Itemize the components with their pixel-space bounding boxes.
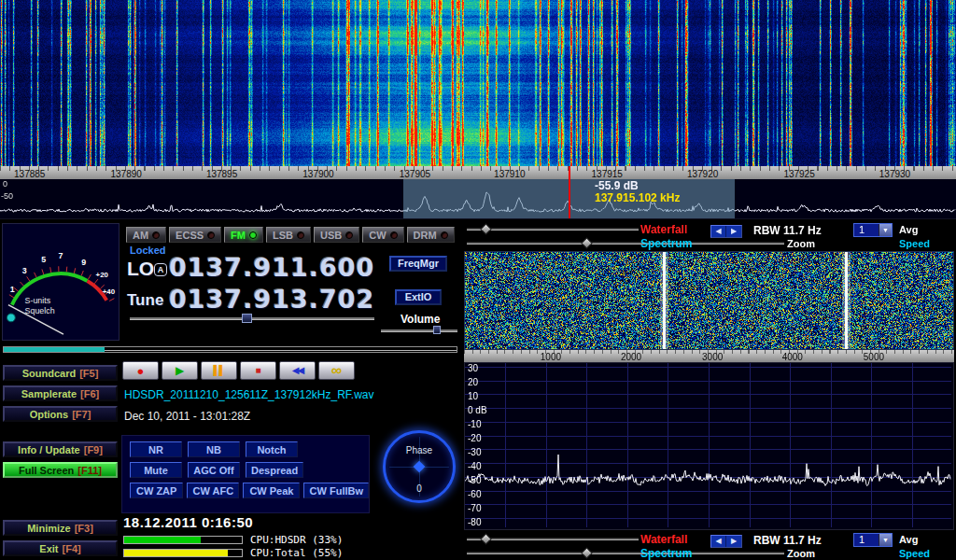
dropdown-icon[interactable]: ▼: [879, 224, 892, 236]
mode-fm[interactable]: FM: [224, 227, 263, 243]
frequency-tick: 137895: [206, 169, 237, 179]
meter-minor-tick: [42, 269, 44, 274]
despread-button[interactable]: Despread: [246, 462, 303, 478]
lo-frequency-display[interactable]: 0137.911.600: [169, 253, 374, 282]
meter-minor-tick: [81, 271, 83, 276]
arrow-right-icon[interactable]: ▶: [726, 536, 741, 547]
slider-handle[interactable]: [242, 314, 252, 323]
slider-handle[interactable]: [581, 547, 593, 559]
avg-label: Avg: [899, 224, 918, 235]
wav-file-date: Dec 10, 2011 - 13:01:28Z: [124, 410, 250, 423]
meter-minor-tick: [27, 276, 30, 281]
cw-fullbw-button[interactable]: CW FullBw: [303, 483, 369, 498]
zoom-arrows[interactable]: ◀ ▶: [710, 225, 742, 238]
rbw-label: RBW 11.7 Hz: [753, 534, 822, 547]
waterfall-contrast-slider[interactable]: [467, 228, 639, 231]
record-button[interactable]: ●: [122, 361, 159, 380]
rf-frequency-ruler[interactable]: 137885 137890 137895 137900 137905 13791…: [0, 166, 956, 179]
loop-button[interactable]: ∞: [318, 361, 355, 380]
af-frequency-tick: 1000: [541, 352, 561, 362]
samplerate-button[interactable]: Samplerate[F6]: [3, 385, 118, 401]
af-waterfall-display[interactable]: [464, 251, 954, 350]
frequency-tick: 137915: [592, 169, 623, 179]
af-controls-bottom: Waterfall ◀ ▶ RBW 11.7 Hz 1 ▼ Avg Spectr…: [462, 531, 956, 560]
arrow-left-icon[interactable]: ◀: [711, 536, 726, 547]
mode-led: [207, 231, 215, 239]
play-button[interactable]: ▶: [162, 361, 198, 380]
meter-tick: 1: [10, 285, 15, 294]
spectrum-zoom-slider[interactable]: [467, 552, 784, 554]
agc-off-button[interactable]: AGC Off: [188, 462, 240, 478]
slider-handle[interactable]: [480, 223, 492, 235]
mute-button[interactable]: Mute: [130, 462, 182, 478]
freqmgr-button[interactable]: FreqMgr: [389, 256, 447, 272]
slider-handle[interactable]: [433, 326, 441, 334]
cursor-readout: -55.9 dB 137.915.102 kHz: [595, 180, 680, 204]
zoom-label: Zoom: [787, 238, 815, 249]
soundcard-button[interactable]: Soundcard[F5]: [3, 365, 118, 381]
mode-led: [152, 231, 160, 239]
nb-button[interactable]: NB: [188, 441, 240, 457]
cw-afc-button[interactable]: CW AFC: [187, 483, 240, 498]
mode-am[interactable]: AM: [126, 227, 166, 243]
zoom-arrows[interactable]: ◀ ▶: [710, 535, 742, 548]
rf-spectrum-panel[interactable]: 0 -50 -55.9 dB 137.915.102 kHz: [0, 179, 956, 218]
pause-button[interactable]: ▌▌: [201, 361, 237, 380]
dropdown-icon[interactable]: ▼: [879, 534, 892, 546]
notch-button[interactable]: Notch: [246, 441, 298, 457]
slider-handle[interactable]: [581, 237, 593, 249]
avg-select[interactable]: 1 ▼: [853, 223, 893, 237]
date-time-display: 18.12.2011 0:16:50: [123, 514, 253, 530]
hdsdr-window: 137885 137890 137895 137900 137905 13791…: [0, 0, 956, 560]
rewind-button[interactable]: ◀◀: [279, 361, 316, 380]
extio-button[interactable]: ExtIO: [395, 289, 442, 305]
spectrum-zoom-slider[interactable]: [467, 242, 784, 245]
squelch-knob[interactable]: [7, 314, 15, 322]
main-control-panel: 1 3 5 7 9 +20 +40 S-units Squelch Soundc…: [0, 218, 956, 560]
rbw-label: RBW 11.7 Hz: [753, 224, 822, 237]
minimize-button[interactable]: Minimize[F3]: [3, 520, 118, 536]
mode-ecss[interactable]: ECSS: [169, 227, 221, 243]
mode-lsb[interactable]: LSB: [266, 227, 311, 243]
cw-peak-button[interactable]: CW Peak: [243, 483, 299, 498]
exit-button[interactable]: Exit[F4]: [3, 540, 118, 556]
mode-led: [390, 231, 398, 239]
squelch-level-bar[interactable]: [3, 346, 457, 353]
frequency-tick: 137890: [110, 169, 141, 179]
meter-tick: +40: [103, 287, 116, 296]
volume-slider[interactable]: [381, 329, 457, 332]
mode-selector: AM ECSS FM LSB USB CW DRM: [126, 227, 455, 243]
meter-minor-tick: [35, 273, 37, 277]
af-spectrum-display[interactable]: 30 20 10 0 dB -10 -20 -30 -40 -50 -60 -7…: [464, 362, 954, 530]
tune-frequency-display[interactable]: 0137.913.702: [169, 285, 374, 314]
tune-label: Tune: [127, 291, 163, 310]
stop-button[interactable]: ■: [240, 361, 276, 380]
frequency-tick: 137930: [879, 169, 910, 179]
meter-tick: 5: [41, 255, 46, 264]
meter-tick: 3: [22, 266, 27, 275]
options-button[interactable]: Options[F7]: [3, 406, 118, 422]
meter-minor-tick: [94, 279, 98, 284]
mode-cw[interactable]: CW: [362, 227, 403, 243]
slider-handle[interactable]: [480, 533, 492, 545]
avg-select[interactable]: 1 ▼: [853, 533, 893, 547]
tune-step-slider[interactable]: [130, 317, 374, 320]
loop-icon: ∞: [331, 363, 342, 378]
mode-drm[interactable]: DRM: [407, 227, 455, 243]
mode-usb[interactable]: USB: [314, 227, 359, 243]
nr-button[interactable]: NR: [130, 441, 182, 457]
af-frequency-scale[interactable]: 1000 2000 3000 4000 5000: [464, 350, 954, 362]
waterfall-contrast-slider[interactable]: [467, 538, 639, 540]
locked-label: Locked: [130, 245, 166, 256]
af-controls-top: Waterfall ◀ ▶ RBW 11.7 Hz 1 ▼ Avg Spectr…: [462, 221, 956, 251]
speed-label: Speed: [899, 238, 930, 249]
arrow-left-icon[interactable]: ◀: [711, 226, 726, 237]
info-update-button[interactable]: Info / Update[F9]: [3, 441, 118, 457]
record-icon: ●: [137, 365, 145, 377]
lo-auto-badge[interactable]: A: [154, 263, 167, 276]
arrow-right-icon[interactable]: ▶: [726, 226, 741, 237]
fullscreen-button[interactable]: Full Screen[F11]: [3, 462, 118, 478]
cw-zap-button[interactable]: CW ZAP: [130, 483, 183, 498]
play-icon: ▶: [176, 365, 184, 376]
rf-waterfall-display[interactable]: [0, 0, 956, 166]
